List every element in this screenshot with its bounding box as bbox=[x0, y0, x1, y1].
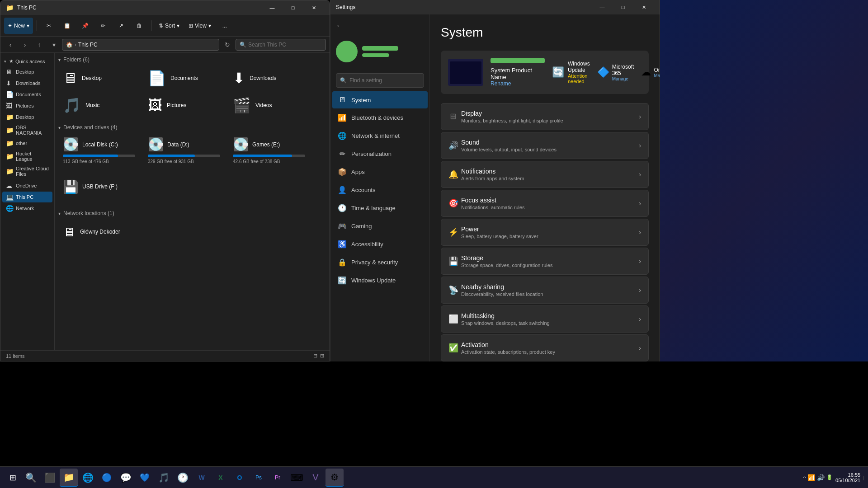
folder-videos[interactable]: 🎬 Videos bbox=[228, 94, 310, 117]
menu-focus-assist[interactable]: 🎯 Focus assist Notifications, automatic … bbox=[441, 190, 649, 217]
taskbar-messenger[interactable]: 💙 bbox=[136, 469, 154, 487]
taskbar-chrome[interactable]: 🔵 bbox=[98, 469, 116, 487]
menu-power[interactable]: ⚡ Power Sleep, battery usage, battery sa… bbox=[441, 219, 649, 246]
taskbar-outlook[interactable]: O bbox=[231, 469, 249, 487]
rename-button[interactable]: Rename bbox=[491, 80, 545, 87]
nav-time[interactable]: 🕐 Time & language bbox=[332, 199, 428, 217]
taskbar-vs[interactable]: V bbox=[307, 469, 325, 487]
close-button[interactable]: ✕ bbox=[303, 0, 324, 15]
nav-system[interactable]: 🖥 System bbox=[332, 91, 428, 108]
paste-button[interactable]: 📌 bbox=[77, 18, 93, 34]
sidebar-item-pictures[interactable]: 🖼 Pictures bbox=[2, 100, 52, 111]
onedrive-manage[interactable]: Manage bbox=[654, 73, 660, 78]
taskbar-clock[interactable]: 16:55 05/10/2021 bbox=[835, 472, 860, 483]
menu-sound[interactable]: 🔊 Sound Volume levels, output, input, so… bbox=[441, 132, 649, 159]
nav-privacy[interactable]: 🔒 Privacy & security bbox=[332, 253, 428, 271]
taskbar-discord[interactable]: 💬 bbox=[117, 469, 135, 487]
taskbar-clock[interactable]: 🕐 bbox=[174, 469, 192, 487]
details-view-button[interactable]: ⊟ bbox=[313, 353, 317, 359]
drives-header[interactable]: ▾ Devices and drives (4) bbox=[58, 124, 326, 131]
drive-e[interactable]: 💽 Games (E:) 42.6 GB free of 238 GB bbox=[228, 134, 310, 167]
network-tray-icon[interactable]: 📶 bbox=[807, 474, 815, 481]
rename-button[interactable]: ✏ bbox=[95, 18, 111, 34]
battery-icon[interactable]: 🔋 bbox=[826, 474, 833, 480]
folder-downloads[interactable]: ⬇ Downloads bbox=[228, 66, 310, 90]
folder-pictures[interactable]: 🖼 Pictures bbox=[143, 94, 225, 117]
sidebar-item-network[interactable]: 🌐 Network bbox=[2, 203, 52, 214]
network-header[interactable]: ▾ Network locations (1) bbox=[58, 210, 326, 216]
more-button[interactable]: ... bbox=[217, 18, 233, 34]
forward-button[interactable]: › bbox=[19, 38, 31, 51]
network-device[interactable]: 🖥 Główny Dekoder bbox=[58, 220, 140, 244]
taskbar-premiere[interactable]: Pr bbox=[269, 469, 287, 487]
cut-button[interactable]: ✂ bbox=[41, 18, 57, 34]
settings-minimize-button[interactable]: — bbox=[592, 0, 613, 14]
taskbar-vscode[interactable]: ⌨ bbox=[288, 469, 306, 487]
back-button[interactable]: ‹ bbox=[4, 38, 17, 51]
nav-accounts[interactable]: 👤 Accounts bbox=[332, 181, 428, 199]
sidebar-item-creative-cloud[interactable]: 📁 Creative Cloud Files bbox=[2, 164, 52, 178]
back-button[interactable]: ← bbox=[336, 22, 424, 30]
microsoft365-manage[interactable]: Manage bbox=[612, 76, 634, 81]
sidebar-item-this-pc[interactable]: 💻 This PC bbox=[2, 192, 52, 202]
menu-nearby-sharing[interactable]: 📡 Nearby sharing Discoverability, receiv… bbox=[441, 277, 649, 304]
sidebar-item-rocket-league[interactable]: 📁 Rocket League bbox=[2, 149, 52, 164]
nav-windows-update[interactable]: 🔄 Windows Update bbox=[332, 272, 428, 289]
taskbar-taskview[interactable]: ⬛ bbox=[41, 469, 59, 487]
quick-access-header[interactable]: ▾ ★ Quick access bbox=[0, 56, 54, 66]
refresh-button[interactable]: ↻ bbox=[221, 38, 234, 51]
share-button[interactable]: ↗ bbox=[113, 18, 129, 34]
address-bar[interactable]: 🏠 › This PC bbox=[62, 39, 219, 51]
taskbar-settings-app[interactable]: ⚙ bbox=[326, 469, 344, 487]
taskbar-excel[interactable]: X bbox=[212, 469, 230, 487]
copy-button[interactable]: 📋 bbox=[59, 18, 75, 34]
sidebar-item-other[interactable]: 📁 other bbox=[2, 138, 52, 149]
nav-accessibility[interactable]: ♿ Accessibility bbox=[332, 235, 428, 253]
folder-music[interactable]: 🎵 Music bbox=[58, 94, 140, 117]
drive-f[interactable]: 💾 USB Drive (F:) bbox=[58, 170, 140, 203]
up-button[interactable]: ↑ bbox=[33, 38, 46, 51]
sidebar-item-onedrive[interactable]: ☁ OneDrive bbox=[2, 180, 52, 191]
settings-search-box[interactable]: 🔍 Find a setting bbox=[336, 73, 424, 88]
tiles-view-button[interactable]: ⊞ bbox=[320, 353, 324, 359]
settings-close-button[interactable]: ✕ bbox=[633, 0, 654, 14]
taskbar-spotify[interactable]: 🎵 bbox=[155, 469, 173, 487]
chevron-icon[interactable]: ^ bbox=[803, 475, 806, 480]
nav-gaming[interactable]: 🎮 Gaming bbox=[332, 217, 428, 235]
menu-display[interactable]: 🖥 Display Monitors, brightness, night li… bbox=[441, 103, 649, 130]
folders-header[interactable]: ▾ Folders (6) bbox=[58, 56, 326, 63]
taskbar-edge[interactable]: 🌐 bbox=[79, 469, 97, 487]
sidebar-item-downloads[interactable]: ⬇ Downloads bbox=[2, 78, 52, 89]
settings-maximize-button[interactable]: □ bbox=[613, 0, 633, 14]
sidebar-item-obs[interactable]: 📁 OBS NAGRANIA bbox=[2, 123, 52, 137]
sidebar-item-desktop[interactable]: 🖥 Desktop bbox=[2, 66, 52, 77]
taskbar-explorer[interactable]: 📁 bbox=[60, 469, 78, 487]
search-box[interactable]: 🔍 Search This PC bbox=[236, 39, 326, 51]
menu-notifications[interactable]: 🔔 Notifications Alerts from apps and sys… bbox=[441, 161, 649, 188]
minimize-button[interactable]: — bbox=[262, 0, 283, 15]
show-desktop-button[interactable]: | bbox=[863, 475, 864, 480]
delete-button[interactable]: 🗑 bbox=[131, 18, 147, 34]
taskbar-word[interactable]: W bbox=[193, 469, 211, 487]
view-button[interactable]: ⊞ View ▾ bbox=[185, 18, 215, 34]
nav-apps[interactable]: 📦 Apps bbox=[332, 163, 428, 181]
nav-bluetooth[interactable]: 📶 Bluetooth & devices bbox=[332, 109, 428, 127]
folder-documents[interactable]: 📄 Documents bbox=[143, 66, 225, 90]
menu-activation[interactable]: ✅ Activation Activation state, subscript… bbox=[441, 334, 649, 361]
start-button[interactable]: ⊞ bbox=[4, 469, 22, 487]
taskbar-search[interactable]: 🔍 bbox=[22, 469, 40, 487]
sidebar-item-documents[interactable]: 📄 Documents bbox=[2, 89, 52, 100]
folder-desktop[interactable]: 🖥 Desktop bbox=[58, 66, 140, 90]
sidebar-item-desktop2[interactable]: 📁 Desktop bbox=[2, 112, 52, 122]
menu-storage[interactable]: 💾 Storage Storage space, drives, configu… bbox=[441, 248, 649, 275]
drive-c[interactable]: 💽 Local Disk (C:) 113 GB free of 476 GB bbox=[58, 134, 140, 167]
sort-button[interactable]: ⇅ Sort ▾ bbox=[155, 18, 183, 34]
new-button[interactable]: ✦ New ▾ bbox=[4, 18, 33, 34]
volume-icon[interactable]: 🔊 bbox=[817, 474, 825, 481]
menu-multitasking[interactable]: ⬜ Multitasking Snap windows, desktops, t… bbox=[441, 305, 649, 333]
maximize-button[interactable]: □ bbox=[283, 0, 303, 15]
recent-button[interactable]: ▾ bbox=[47, 38, 60, 51]
taskbar-photoshop[interactable]: Ps bbox=[250, 469, 268, 487]
nav-personalization[interactable]: ✏ Personalization bbox=[332, 145, 428, 163]
drive-d[interactable]: 💽 Data (D:) 329 GB free of 931 GB bbox=[143, 134, 225, 167]
